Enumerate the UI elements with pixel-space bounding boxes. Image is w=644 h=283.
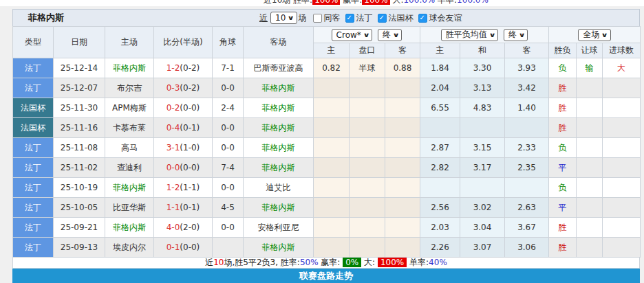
score-cell: 4-0(2-0) xyxy=(154,218,213,238)
competition-badge[interactable]: 法丁 xyxy=(13,218,53,237)
score-cell: 0-2(0-0) xyxy=(154,98,213,118)
avg-away-odds-cell: 2.35 xyxy=(505,158,549,178)
halftime-score: (0-1) xyxy=(180,203,200,212)
home-team-link[interactable]: 卡慕布莱 xyxy=(105,118,154,138)
score-cell: 3-1(1-0) xyxy=(154,138,213,158)
games-count-select[interactable]: 10∨ xyxy=(270,12,297,24)
competition-badge[interactable]: 法国杯 xyxy=(13,118,53,137)
goals-over-under-cell xyxy=(603,138,641,158)
away-team-link[interactable]: 菲格内斯 xyxy=(244,238,314,258)
home-team-link[interactable]: APM梅斯 xyxy=(105,98,154,118)
away-team-link[interactable]: 菲格内斯 xyxy=(244,198,314,218)
date-cell: 25-11-30 xyxy=(54,98,105,118)
competition-badge[interactable]: 法丁 xyxy=(13,158,53,177)
away-team-link[interactable]: 安格利亚尼 xyxy=(244,218,314,238)
result-cell: 胜 xyxy=(549,78,577,98)
competition-badge[interactable]: 法丁 xyxy=(13,58,53,78)
crow-away-odds-cell xyxy=(385,78,420,98)
date-cell: 25-11-08 xyxy=(54,138,105,158)
crow-handicap-line-cell xyxy=(350,158,385,178)
away-team-link[interactable]: 菲格内斯 xyxy=(244,138,314,158)
table-row: 法丁25-12-14菲格内斯1-2(0-2)7-1巴斯蒂亚波高0.82半球0.8… xyxy=(13,58,641,78)
type-cell: 法丁 xyxy=(13,198,54,218)
handicap-time-value: 终 xyxy=(383,29,391,41)
table-row: 法丁25-12-07布尔吉0-3(0-2)0-0菲格内斯2.043.133.42… xyxy=(13,78,641,98)
corner-cell: 2-4 xyxy=(213,98,244,118)
competition-badge[interactable]: 法丁 xyxy=(13,78,53,98)
goals-over-under-cell: 大 xyxy=(603,58,641,78)
type-cell: 法国杯 xyxy=(13,118,54,138)
competition-badge[interactable]: 法丁 xyxy=(13,198,53,217)
away-team-link[interactable]: 菲格内斯 xyxy=(244,158,314,178)
type-cell: 法丁 xyxy=(13,218,54,238)
away-team-link[interactable]: 菲格内斯 xyxy=(244,118,314,138)
score-cell: 0-0(0-0) xyxy=(154,158,213,178)
checkbox-icon[interactable] xyxy=(313,14,322,23)
handicap-result-cell xyxy=(577,98,603,118)
crow-handicap-line-cell xyxy=(350,178,385,198)
average-time-select[interactable]: 终∨ xyxy=(504,29,528,41)
halftime-score: (0-2) xyxy=(180,83,200,93)
avg-draw-odds-cell: 4.83 xyxy=(460,98,505,118)
recent-games-link[interactable]: 近 xyxy=(259,12,268,24)
filter-checkbox-same-away[interactable]: 同客 xyxy=(313,12,341,24)
home-team-link[interactable]: 菲格内斯 xyxy=(105,178,154,198)
home-team-link[interactable]: 菲格内斯 xyxy=(105,58,154,78)
halftime-score: (0-0) xyxy=(180,163,200,172)
checkbox-icon[interactable] xyxy=(418,14,427,23)
home-team-link[interactable]: 比亚华斯 xyxy=(105,198,154,218)
handicap-result-cell xyxy=(577,178,603,198)
col-header-crow-away: 客 xyxy=(385,43,420,58)
handicap-result-cell xyxy=(577,118,603,138)
home-team-link[interactable]: 埃皮内尔 xyxy=(105,238,154,258)
home-team-link[interactable]: 高马 xyxy=(105,138,154,158)
avg-home-odds-cell: 2.04 xyxy=(420,78,460,98)
date-cell: 25-11-16 xyxy=(54,118,105,138)
summary-profit-label: 赢率: xyxy=(319,258,343,267)
goals-over-under-cell xyxy=(603,158,641,178)
result-group-header: 全场∨ xyxy=(549,27,641,43)
avg-away-odds-cell xyxy=(505,178,549,198)
away-team-link[interactable]: 巴斯蒂亚波高 xyxy=(244,58,314,78)
avg-away-odds-cell: 2.33 xyxy=(505,138,549,158)
corner-cell: 0-0 xyxy=(213,118,244,138)
crow-away-odds-cell xyxy=(385,238,420,258)
col-header-score: 比分(半场) xyxy=(154,27,213,58)
filter-checkbox-ligue[interactable]: 法丁 xyxy=(345,12,373,24)
competition-badge[interactable]: 法丁 xyxy=(13,178,53,197)
away-team-link[interactable]: 迪艾比 xyxy=(244,178,314,198)
filter-checkbox-cup[interactable]: 法国杯 xyxy=(378,12,414,24)
fulltime-score: 0-1 xyxy=(167,242,180,252)
score-cell: 1-2(1-1) xyxy=(154,178,213,198)
table-row: 法丁25-11-02查迪利0-0(0-0)7-4菲格内斯2.823.172.35… xyxy=(13,158,641,178)
filter-checkbox-friendly[interactable]: 球会友谊 xyxy=(418,12,462,24)
scope-select[interactable]: 全场∨ xyxy=(578,29,610,41)
home-team-link[interactable]: 布尔吉 xyxy=(105,78,154,98)
top-stats-profit-badge: 100% xyxy=(362,0,389,5)
checkbox-label: 法丁 xyxy=(356,12,373,24)
away-team-link[interactable]: 菲格内斯 xyxy=(244,78,314,98)
home-team-link[interactable]: 查迪利 xyxy=(105,158,154,178)
competition-badge[interactable]: 法丁 xyxy=(13,238,53,257)
col-header-home: 主场 xyxy=(105,27,154,58)
home-team-link[interactable]: 菲格内斯 xyxy=(105,218,154,238)
average-odds-group-header: 胜平负均值∨ 终∨ xyxy=(420,27,549,43)
handicap-result-cell xyxy=(577,198,603,218)
competition-badge[interactable]: 法国杯 xyxy=(13,98,53,117)
away-team-link[interactable]: 菲格内斯 xyxy=(244,98,314,118)
date-cell: 25-10-19 xyxy=(54,178,105,198)
goals-over-under-cell xyxy=(603,118,641,138)
competition-badge[interactable]: 法丁 xyxy=(13,138,53,157)
corner-cell: 0-0 xyxy=(213,178,244,198)
handicap-time-select[interactable]: 终∨ xyxy=(378,29,402,41)
col-header-handicap-result: 让球 xyxy=(577,43,603,58)
checkbox-icon[interactable] xyxy=(345,14,354,23)
checkbox-icon[interactable] xyxy=(378,14,387,23)
col-header-avg-away: 客 xyxy=(505,43,549,58)
average-odds-select[interactable]: 胜平负均值∨ xyxy=(441,29,498,41)
match-table-body: 法丁25-12-14菲格内斯1-2(0-2)7-1巴斯蒂亚波高0.82半球0.8… xyxy=(13,58,641,258)
fulltime-score: 3-1 xyxy=(167,143,180,152)
odds-company-select[interactable]: Crow*∨ xyxy=(332,29,373,41)
top-stats-mid: 赢率: xyxy=(340,0,362,5)
chevron-down-icon: ∨ xyxy=(288,14,294,21)
